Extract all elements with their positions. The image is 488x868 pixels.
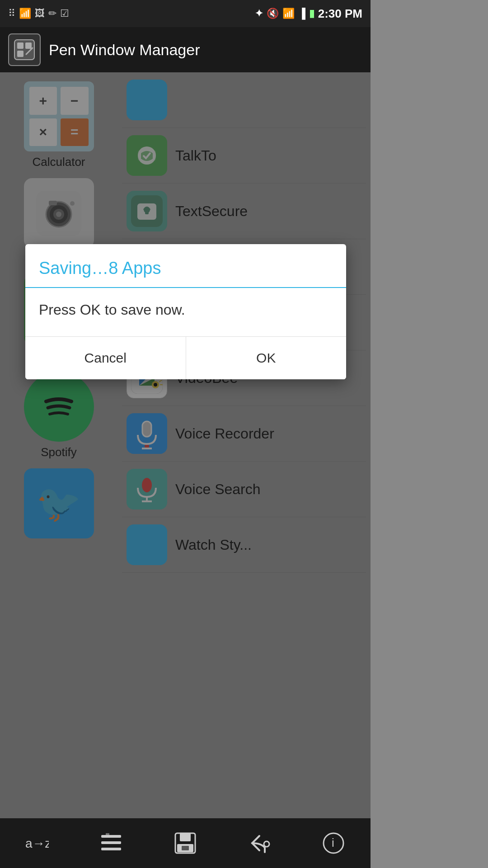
save-dialog: Saving…8 Apps Press OK to save now. Canc… <box>25 244 346 379</box>
svg-rect-46 <box>101 835 121 838</box>
signal-icon: 📶 <box>19 8 31 19</box>
svg-rect-3 <box>17 51 23 57</box>
svg-text:a→z: a→z <box>25 836 49 850</box>
az-button[interactable]: a→z <box>14 825 60 861</box>
status-time: 2:30 PM <box>318 7 362 21</box>
dialog-overlay <box>0 72 371 818</box>
dialog-body: Press OK to save now. <box>25 288 346 336</box>
svg-rect-48 <box>101 848 121 850</box>
grid-icon: ⠿ <box>8 8 15 19</box>
app-bar-title: Pen Window Manager <box>49 41 200 59</box>
bottom-bar: a→z i <box>0 818 371 868</box>
signal-bars-icon: ▐ <box>298 8 305 19</box>
checkbox-icon: ☑ <box>60 8 69 19</box>
svg-rect-1 <box>17 42 23 49</box>
svg-rect-2 <box>25 42 32 49</box>
info-button[interactable]: i <box>311 825 356 861</box>
edit-icon: ✏ <box>48 8 56 19</box>
svg-rect-47 <box>101 841 121 844</box>
svg-text:i: i <box>332 836 334 849</box>
status-bar: ⠿ 📶 🖼 ✏ ☑ ✦ 🔇 📶 ▐ ▮ 2:30 PM <box>0 0 371 27</box>
ok-button[interactable]: OK <box>186 337 347 379</box>
image-icon: 🖼 <box>35 8 45 19</box>
save-button[interactable] <box>163 825 208 861</box>
battery-icon: ▮ <box>309 8 314 19</box>
status-right-icons: ✦ 🔇 📶 ▐ ▮ 2:30 PM <box>255 7 362 21</box>
svg-rect-49 <box>106 833 109 837</box>
svg-rect-53 <box>182 846 189 850</box>
status-left-icons: ⠿ 📶 🖼 ✏ ☑ <box>8 8 69 19</box>
list-button[interactable] <box>89 825 134 861</box>
undo-button[interactable] <box>237 825 282 861</box>
svg-point-54 <box>264 841 269 847</box>
dialog-button-row: Cancel OK <box>25 336 346 379</box>
svg-rect-51 <box>180 833 191 841</box>
dialog-title: Saving…8 Apps <box>25 244 346 287</box>
pen-window-icon <box>8 33 41 66</box>
mute-icon: 🔇 <box>267 8 279 19</box>
app-bar: Pen Window Manager <box>0 27 371 72</box>
cancel-button[interactable]: Cancel <box>25 337 186 379</box>
bluetooth-icon: ✦ <box>255 8 263 19</box>
wifi-icon: 📶 <box>282 8 295 19</box>
